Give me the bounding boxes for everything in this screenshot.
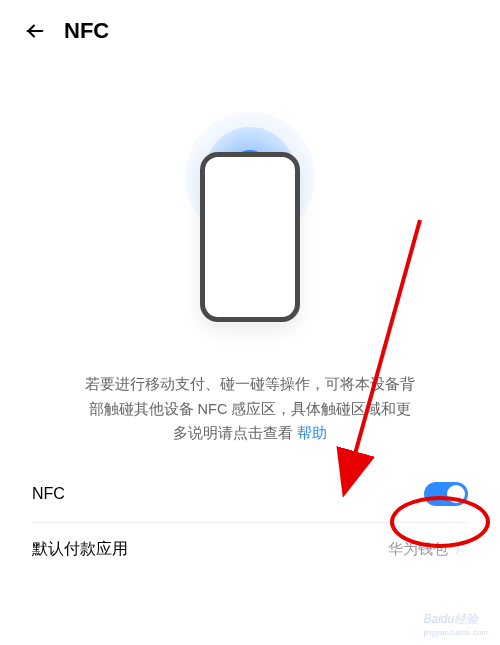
nfc-illustration bbox=[0, 62, 500, 342]
description-text: 若要进行移动支付、碰一碰等操作，可将本设备背 bbox=[85, 376, 415, 392]
default-payment-label: 默认付款应用 bbox=[32, 539, 128, 560]
watermark-text: Baidu经验 bbox=[424, 612, 479, 626]
page-title: NFC bbox=[64, 18, 109, 44]
nfc-description: 若要进行移动支付、碰一碰等操作，可将本设备背 部触碰其他设备 NFC 感应区，具… bbox=[0, 342, 500, 466]
help-link[interactable]: 帮助 bbox=[297, 425, 327, 441]
description-text: 多说明请点击查看 bbox=[173, 425, 297, 441]
nfc-toggle[interactable] bbox=[424, 482, 468, 506]
nfc-toggle-row: NFC bbox=[0, 466, 500, 522]
description-text: 部触碰其他设备 NFC 感应区，具体触碰区域和更 bbox=[89, 401, 412, 417]
header: NFC bbox=[0, 0, 500, 62]
payment-value-text: 华为钱包 bbox=[388, 540, 448, 559]
chevron-right-icon: 〉 bbox=[454, 540, 468, 558]
default-payment-row[interactable]: 默认付款应用 华为钱包 〉 bbox=[0, 523, 500, 576]
nfc-label: NFC bbox=[32, 485, 65, 503]
watermark-subtext: jingyan.baidu.com bbox=[424, 628, 488, 637]
phone-device-icon bbox=[200, 152, 300, 322]
toggle-knob-icon bbox=[447, 485, 465, 503]
default-payment-value: 华为钱包 〉 bbox=[388, 540, 468, 559]
back-arrow-icon[interactable] bbox=[22, 19, 46, 43]
watermark: Baidu经验 jingyan.baidu.com bbox=[424, 611, 488, 637]
